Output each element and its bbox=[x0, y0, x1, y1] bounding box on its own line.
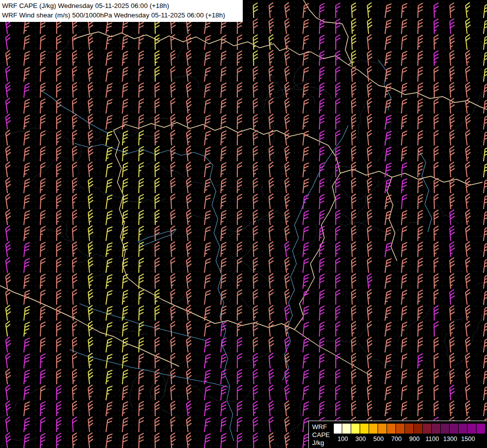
wind-barb bbox=[303, 19, 309, 34]
wind-barb bbox=[285, 385, 291, 400]
wind-barb bbox=[24, 162, 30, 178]
wind-barb bbox=[269, 417, 275, 432]
wind-barb bbox=[237, 306, 242, 321]
wind-barb bbox=[204, 146, 211, 162]
wind-barb bbox=[221, 258, 226, 273]
wind-barb bbox=[237, 322, 242, 336]
wind-barb bbox=[237, 83, 242, 98]
wind-barb bbox=[204, 337, 211, 353]
wind-barb bbox=[186, 114, 193, 129]
wind-barb bbox=[434, 51, 439, 66]
wind-barb bbox=[303, 274, 309, 289]
wind-barb bbox=[72, 226, 78, 241]
wind-barb bbox=[351, 274, 357, 289]
wind-barb bbox=[204, 258, 211, 273]
wind-barb bbox=[351, 19, 357, 34]
wind-barb bbox=[57, 146, 61, 161]
wind-barb bbox=[122, 146, 128, 162]
wind-barb bbox=[319, 369, 325, 384]
wind-barb bbox=[40, 417, 46, 432]
wind-barb bbox=[351, 3, 357, 18]
wind-barb bbox=[351, 401, 357, 416]
wind-barb bbox=[484, 274, 487, 289]
wind-barb bbox=[450, 257, 455, 273]
wind-barb bbox=[24, 274, 30, 289]
wind-barb bbox=[204, 210, 211, 225]
wind-barb bbox=[367, 225, 373, 241]
wind-barb bbox=[367, 273, 373, 289]
wind-barb bbox=[285, 289, 291, 305]
wind-barb bbox=[40, 194, 46, 209]
wind-barb bbox=[171, 385, 176, 400]
wind-barb bbox=[418, 83, 423, 98]
wind-barb bbox=[484, 35, 487, 50]
wind-barb bbox=[253, 51, 258, 66]
wind-barb bbox=[88, 146, 94, 161]
wind-barb bbox=[269, 18, 275, 34]
wind-barb bbox=[24, 306, 30, 321]
wind-barb bbox=[385, 322, 391, 337]
wind-barb bbox=[122, 353, 128, 369]
wind-barb bbox=[40, 337, 46, 352]
legend-swatch bbox=[468, 423, 477, 434]
wind-barb bbox=[253, 130, 258, 145]
wind-barb bbox=[40, 99, 46, 113]
wind-barb bbox=[336, 353, 340, 368]
wind-barb bbox=[186, 337, 193, 352]
wind-barb bbox=[57, 242, 61, 257]
wind-barb bbox=[336, 290, 340, 305]
wind-barb bbox=[285, 82, 291, 98]
wind-barb bbox=[155, 322, 160, 336]
wind-barb bbox=[106, 369, 112, 385]
wind-barb bbox=[122, 51, 128, 66]
wind-barb bbox=[351, 83, 357, 98]
wind-barb bbox=[57, 369, 61, 384]
wind-barb bbox=[88, 162, 94, 177]
wind-barb bbox=[285, 257, 291, 273]
wind-barb bbox=[88, 210, 94, 225]
wind-barb bbox=[303, 385, 309, 401]
wind-barb bbox=[5, 401, 12, 416]
wind-barb bbox=[171, 66, 176, 82]
wind-barb bbox=[24, 433, 30, 448]
wind-barb bbox=[465, 50, 472, 66]
wind-barb bbox=[285, 401, 291, 416]
wind-barb bbox=[122, 306, 128, 321]
wind-barb bbox=[351, 369, 357, 384]
wind-barb bbox=[484, 226, 487, 241]
wind-barb bbox=[401, 306, 407, 321]
wind-barb bbox=[367, 321, 373, 336]
wind-barb bbox=[303, 322, 309, 337]
wind-barb bbox=[88, 273, 94, 289]
wind-barb bbox=[186, 178, 193, 193]
wind-barb bbox=[106, 83, 112, 98]
wind-barb bbox=[186, 210, 193, 225]
wind-barb bbox=[418, 258, 423, 273]
wind-barb bbox=[367, 210, 373, 225]
wind-barb bbox=[484, 290, 487, 305]
wind-barb bbox=[336, 178, 340, 193]
wind-barb bbox=[367, 257, 373, 273]
wind-barb bbox=[351, 67, 357, 82]
wind-barb bbox=[253, 35, 258, 50]
wind-barb bbox=[122, 226, 128, 241]
wind-barb bbox=[351, 114, 357, 129]
wind-barb bbox=[336, 385, 340, 400]
wind-barb bbox=[122, 210, 128, 225]
wind-barb bbox=[155, 67, 160, 82]
wind-barb bbox=[204, 417, 211, 433]
wind-barb bbox=[57, 274, 61, 289]
wind-barb bbox=[72, 322, 78, 336]
wind-barb bbox=[401, 51, 407, 66]
wind-barb bbox=[385, 274, 391, 289]
wind-barb bbox=[269, 210, 275, 225]
wind-barb bbox=[5, 210, 12, 225]
wind-barb bbox=[5, 162, 12, 177]
wind-barb bbox=[401, 226, 407, 241]
wind-barb bbox=[319, 194, 325, 209]
legend-swatch bbox=[405, 423, 414, 434]
wind-barb bbox=[221, 83, 226, 98]
wind-barb bbox=[171, 305, 176, 321]
wind-barb bbox=[385, 114, 391, 130]
wind-barb bbox=[434, 194, 439, 209]
